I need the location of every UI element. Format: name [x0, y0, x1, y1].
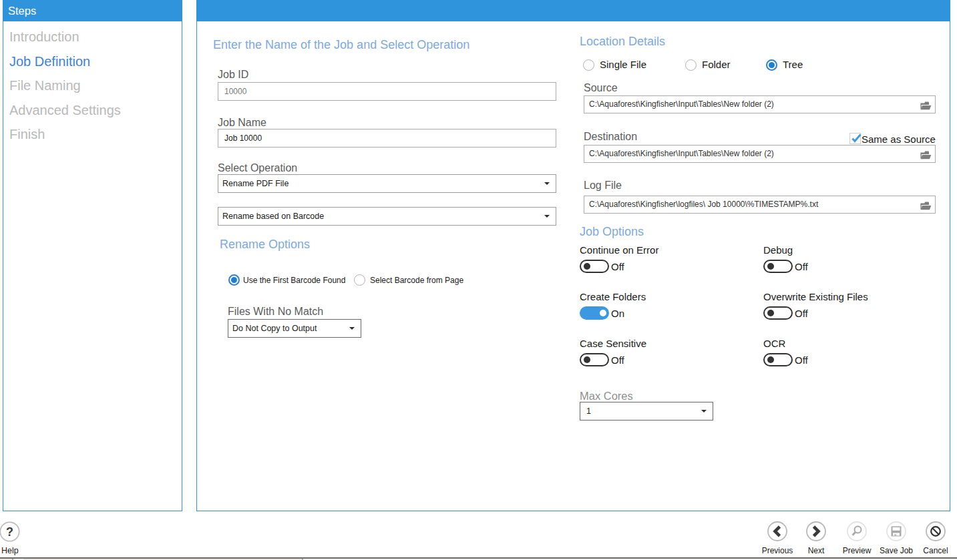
svg-text:?: ?	[6, 525, 13, 539]
